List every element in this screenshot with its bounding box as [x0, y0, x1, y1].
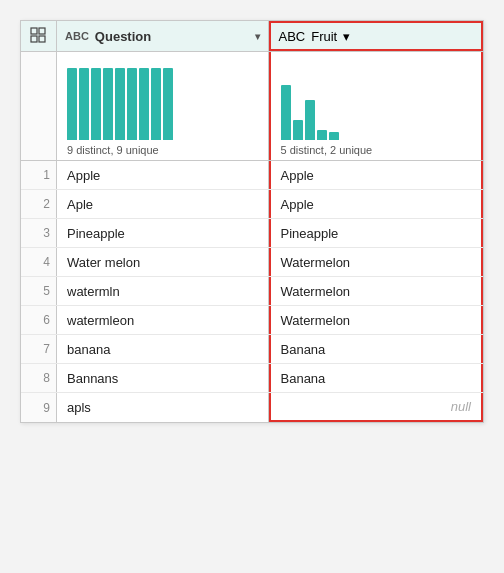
- question-bars: [67, 60, 258, 140]
- question-cell: banana: [57, 335, 269, 363]
- question-col-icon: ABC: [65, 30, 89, 42]
- bar: [329, 132, 339, 140]
- fruit-chart-cell: 5 distinct, 2 unique: [269, 52, 484, 160]
- fruit-cell: Watermelon: [269, 248, 484, 276]
- table-row: 3PineapplePineapple: [21, 219, 483, 248]
- bar: [305, 100, 315, 140]
- table-row: 1AppleApple: [21, 161, 483, 190]
- question-cell: Apple: [57, 161, 269, 189]
- fruit-cell: Watermelon: [269, 306, 484, 334]
- fruit-chart-label: 5 distinct, 2 unique: [281, 144, 472, 156]
- question-cell: watermleon: [57, 306, 269, 334]
- svg-rect-3: [39, 36, 45, 42]
- chart-row-num: [21, 52, 57, 160]
- svg-rect-0: [31, 28, 37, 34]
- fruit-bars: [281, 60, 472, 140]
- question-cell: watermln: [57, 277, 269, 305]
- table-row: 9aplsnull: [21, 393, 483, 422]
- bar: [67, 68, 77, 140]
- fruit-col-label: Fruit: [311, 29, 337, 44]
- question-col-dropdown[interactable]: ▾: [255, 31, 260, 42]
- bar: [163, 68, 173, 140]
- question-cell: apls: [57, 393, 269, 422]
- question-chart-label: 9 distinct, 9 unique: [67, 144, 258, 156]
- fruit-col-dropdown[interactable]: ▾: [343, 29, 350, 44]
- header-row: ABC Question ▾ ABC Fruit ▾: [21, 21, 483, 52]
- question-col-header[interactable]: ABC Question ▾: [57, 21, 269, 51]
- bar: [151, 68, 161, 140]
- row-number: 5: [21, 277, 57, 305]
- question-cell: Water melon: [57, 248, 269, 276]
- row-number: 1: [21, 161, 57, 189]
- table-row: 2ApleApple: [21, 190, 483, 219]
- fruit-cell: Banana: [269, 364, 484, 392]
- row-number: 7: [21, 335, 57, 363]
- table-row: 4Water melonWatermelon: [21, 248, 483, 277]
- question-chart-cell: 9 distinct, 9 unique: [57, 52, 269, 160]
- bar: [115, 68, 125, 140]
- chart-row: 9 distinct, 9 unique 5 distinct, 2 uniqu…: [21, 52, 483, 161]
- question-cell: Bannans: [57, 364, 269, 392]
- data-rows: 1AppleApple2ApleApple3PineapplePineapple…: [21, 161, 483, 422]
- fruit-cell: Watermelon: [269, 277, 484, 305]
- bar: [281, 85, 291, 140]
- table-row: 8BannansBanana: [21, 364, 483, 393]
- bar: [103, 68, 113, 140]
- bar: [293, 120, 303, 140]
- question-cell: Aple: [57, 190, 269, 218]
- svg-rect-2: [31, 36, 37, 42]
- table-row: 5watermlnWatermelon: [21, 277, 483, 306]
- question-col-label: Question: [95, 29, 249, 44]
- row-number: 3: [21, 219, 57, 247]
- bar: [139, 68, 149, 140]
- row-number: 4: [21, 248, 57, 276]
- table-row: 7bananaBanana: [21, 335, 483, 364]
- fruit-cell: Apple: [269, 190, 484, 218]
- grid-icon: [30, 27, 48, 45]
- grid-icon-cell: [21, 21, 57, 51]
- bar: [79, 68, 89, 140]
- table-row: 6watermleonWatermelon: [21, 306, 483, 335]
- bar: [91, 68, 101, 140]
- row-number: 9: [21, 393, 57, 422]
- null-value: null: [451, 399, 471, 414]
- fruit-col-icon: ABC: [279, 29, 306, 44]
- fruit-cell: Apple: [269, 161, 484, 189]
- bar: [317, 130, 327, 140]
- row-number: 8: [21, 364, 57, 392]
- fruit-cell: Pineapple: [269, 219, 484, 247]
- question-cell: Pineapple: [57, 219, 269, 247]
- row-number: 6: [21, 306, 57, 334]
- row-number: 2: [21, 190, 57, 218]
- fruit-cell: null: [269, 393, 484, 422]
- svg-rect-1: [39, 28, 45, 34]
- data-table: ABC Question ▾ ABC Fruit ▾ 9 distinct, 9…: [20, 20, 484, 423]
- bar: [127, 68, 137, 140]
- fruit-col-header[interactable]: ABC Fruit ▾: [269, 21, 484, 51]
- fruit-cell: Banana: [269, 335, 484, 363]
